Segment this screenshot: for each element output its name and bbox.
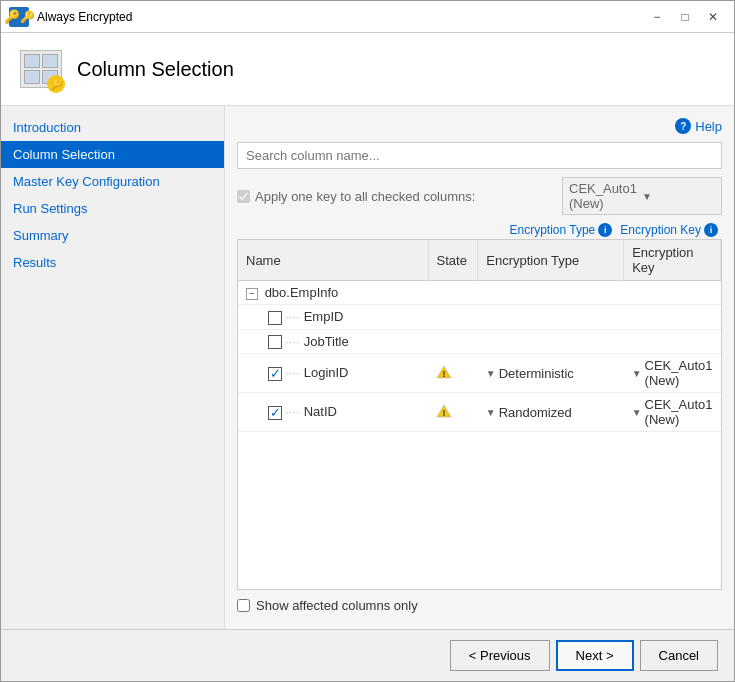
main-content: Introduction Column Selection Master Key… [1,106,734,629]
show-affected-row: Show affected columns only [237,598,722,613]
enc-type-cell-loginid: ▼ Deterministic [478,354,624,393]
enc-type-value: Deterministic [499,366,574,381]
encryption-type-hint[interactable]: Encryption Type i [509,223,612,237]
help-circle-icon: ? [675,118,691,134]
app-icon: 🔑 [9,7,29,27]
warning-icon: ! [436,364,452,380]
previous-button[interactable]: < Previous [450,640,550,671]
help-label: Help [695,119,722,134]
table-row: ✓ · · · · LoginID ! [238,354,721,393]
sidebar-item-master-key[interactable]: Master Key Configuration [1,168,224,195]
row-checkbox-empid[interactable] [268,311,282,325]
enc-type-value: Randomized [499,405,572,420]
leaf-label: EmpID [304,309,344,324]
footer: < Previous Next > Cancel [1,629,734,681]
page-title: Column Selection [77,58,234,81]
main-window: 🔑 Always Encrypted − □ ✕ 🔑 Column Select… [0,0,735,682]
search-input[interactable] [237,142,722,169]
encryption-key-hint-label: Encryption Key [620,223,701,237]
enc-type-dropdown-natid[interactable]: ▼ Randomized [486,405,616,420]
col-header-state: State [428,240,478,281]
minimize-button[interactable]: − [644,7,670,27]
next-button[interactable]: Next > [556,640,634,671]
row-checkbox-natid[interactable]: ✓ [268,406,282,420]
svg-text:!: ! [443,369,446,379]
leaf-label: NatID [304,404,337,419]
sidebar-item-results[interactable]: Results [1,249,224,276]
leaf-name-cell: · · · · JobTitle [238,329,428,354]
enc-key-arrow-icon: ▼ [632,407,642,418]
window-title: Always Encrypted [37,10,644,24]
enc-key-dropdown-natid[interactable]: ▼ CEK_Auto1 (New) [632,397,713,427]
enc-key-arrow-icon: ▼ [632,368,642,379]
enc-key-value: CEK_Auto1 (New) [645,397,713,427]
svg-text:!: ! [443,408,446,418]
maximize-button[interactable]: □ [672,7,698,27]
table-header-row: Name State Encryption Type Encryption Ke… [238,240,721,281]
table-row: − dbo.EmpInfo [238,281,721,305]
group-name-cell: − dbo.EmpInfo [238,281,428,305]
row-checkbox-jobtitle[interactable] [268,335,282,349]
leaf-label: JobTitle [304,334,349,349]
key-dropdown-value: CEK_Auto1 (New) [569,181,642,211]
title-bar: 🔑 Always Encrypted − □ ✕ [1,1,734,33]
help-row: ? Help [237,118,722,134]
enc-key-dropdown-loginid[interactable]: ▼ CEK_Auto1 (New) [632,358,713,388]
leaf-name-cell: ✓ · · · · NatID [238,393,428,432]
enc-key-cell-natid: ▼ CEK_Auto1 (New) [624,393,721,432]
close-button[interactable]: ✕ [700,7,726,27]
col-header-name: Name [238,240,428,281]
column-hint-row: Encryption Type i Encryption Key i [237,223,722,237]
show-affected-label: Show affected columns only [256,598,418,613]
leaf-label: LoginID [304,365,349,380]
enc-type-arrow-icon: ▼ [486,407,496,418]
leaf-name-cell: · · · · EmpID [238,305,428,330]
cancel-button[interactable]: Cancel [640,640,718,671]
encryption-type-hint-label: Encryption Type [509,223,595,237]
sidebar-item-introduction[interactable]: Introduction [1,114,224,141]
sidebar-item-summary[interactable]: Summary [1,222,224,249]
header-icon: 🔑 [17,45,65,93]
enc-type-cell-natid: ▼ Randomized [478,393,624,432]
apply-key-label: Apply one key to all checked columns: [255,189,475,204]
show-affected-checkbox[interactable] [237,599,250,612]
encryption-key-hint[interactable]: Encryption Key i [620,223,718,237]
row-checkbox-loginid[interactable]: ✓ [268,367,282,381]
enc-type-arrow-icon: ▼ [486,368,496,379]
dropdown-arrow-icon: ▼ [642,191,715,202]
col-header-enc-type: Encryption Type [478,240,624,281]
enc-key-value: CEK_Auto1 (New) [645,358,713,388]
enc-type-dropdown-loginid[interactable]: ▼ Deterministic [486,366,616,381]
state-cell-natid: ! [428,393,478,432]
encryption-key-info-icon[interactable]: i [704,223,718,237]
key-badge-icon: 🔑 [47,75,65,93]
warning-icon: ! [436,403,452,419]
columns-table: Name State Encryption Type Encryption Ke… [237,239,722,590]
enc-key-cell-loginid: ▼ CEK_Auto1 (New) [624,354,721,393]
table-row: · · · · EmpID [238,305,721,330]
sidebar: Introduction Column Selection Master Key… [1,106,225,629]
tree-expand-icon[interactable]: − [246,288,258,300]
group-label: dbo.EmpInfo [265,285,339,300]
sidebar-item-column-selection[interactable]: Column Selection [1,141,224,168]
help-link[interactable]: ? Help [675,118,722,134]
apply-key-checkbox [237,190,250,203]
leaf-name-cell: ✓ · · · · LoginID [238,354,428,393]
window-controls: − □ ✕ [644,7,726,27]
col-header-enc-key: Encryption Key [624,240,721,281]
apply-key-row: Apply one key to all checked columns: CE… [237,177,722,215]
encryption-type-info-icon[interactable]: i [598,223,612,237]
apply-key-checkbox-label: Apply one key to all checked columns: [237,189,475,204]
header: 🔑 Column Selection [1,33,734,106]
table-row: ✓ · · · · NatID ! [238,393,721,432]
key-dropdown[interactable]: CEK_Auto1 (New) ▼ [562,177,722,215]
table-row: · · · · JobTitle [238,329,721,354]
sidebar-item-run-settings[interactable]: Run Settings [1,195,224,222]
content-area: ? Help Apply one key to all checked colu… [225,106,734,629]
state-cell-loginid: ! [428,354,478,393]
